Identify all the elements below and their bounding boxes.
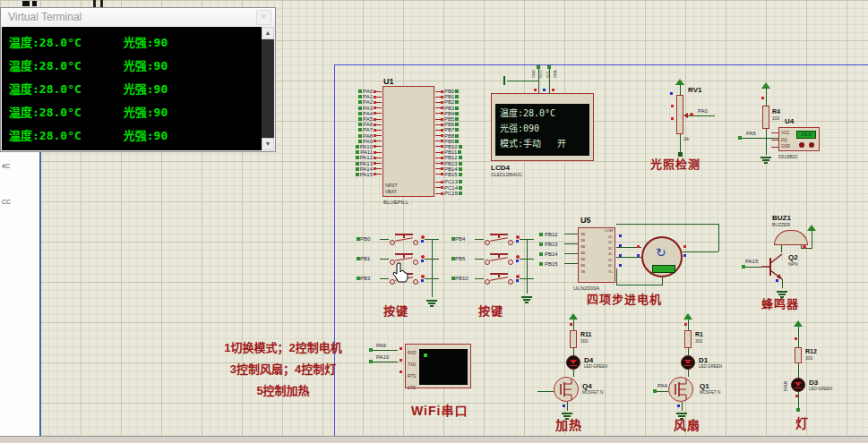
net-label: PB0 <box>360 236 380 242</box>
led-d1[interactable] <box>681 355 695 370</box>
npn-transistor[interactable] <box>761 252 788 281</box>
pin-name: VCC <box>538 70 543 78</box>
pin-stub <box>376 135 382 136</box>
resistor-r12[interactable] <box>795 347 802 363</box>
ground-icon <box>761 156 771 164</box>
net-label: PA7 <box>363 127 373 132</box>
terminal-dot <box>539 243 543 246</box>
sensor-display[interactable]: 28.0 <box>796 131 816 139</box>
pin-name: 7B <box>580 268 585 275</box>
sensor-button[interactable] <box>809 142 814 148</box>
terminal-dot <box>537 65 540 69</box>
resistor-r4[interactable] <box>762 106 769 129</box>
net-label: PA15 <box>360 172 373 177</box>
section-label-wifi: WiFi串口 <box>411 405 468 417</box>
net-label: PB12 <box>545 232 564 237</box>
wire <box>688 370 689 377</box>
terminal-line: 温度:28.0°C 光强:90 <box>2 101 262 124</box>
horizontal-scrollbar[interactable] <box>0 436 868 443</box>
terminal-scrollbar[interactable]: ▲ ▼ <box>262 27 274 150</box>
net-label: PA9 <box>363 139 373 144</box>
r11-ref: R11 <box>580 331 591 337</box>
terminal-dot <box>358 95 362 98</box>
pin-marker <box>441 186 443 189</box>
terminal-dot <box>459 162 462 166</box>
wire <box>380 278 389 279</box>
pin-marker <box>441 162 443 165</box>
terminal-dot <box>455 89 459 93</box>
pin-stub <box>376 97 382 98</box>
stepper-motor[interactable]: ↻ <box>641 236 683 277</box>
net-label: PB6 <box>444 122 454 127</box>
net-label: PA2 <box>363 99 373 105</box>
r1-ref: R1 <box>695 331 703 337</box>
pin-stub <box>376 163 382 164</box>
net-label: PA15 <box>745 259 758 264</box>
led-d4[interactable] <box>566 355 580 370</box>
virtual-terminal-window[interactable]: Virtual Terminal × 温度:28.0°C 光强:90温度:28.… <box>0 7 276 152</box>
terminal-dot <box>455 106 459 110</box>
pin-marker <box>400 371 402 373</box>
r4-value: 100 <box>772 116 779 121</box>
r12-value: 300 <box>805 356 812 361</box>
object-selector-panel[interactable]: 4CCC <box>0 152 39 436</box>
net-label: PB14 <box>545 251 564 257</box>
wifi-screen <box>419 349 468 385</box>
panel-splitter[interactable] <box>39 152 41 436</box>
net-label: PA6 <box>363 122 373 127</box>
net-label: PB9 <box>444 139 454 144</box>
net-label: PA3 <box>363 106 373 111</box>
net-label: PA12 <box>360 155 373 160</box>
resistor-r1[interactable] <box>684 330 692 348</box>
wire <box>564 253 578 254</box>
pin-marker <box>619 234 622 237</box>
net-label: PB11 <box>444 149 457 155</box>
terminal-titlebar[interactable]: Virtual Terminal × <box>1 8 275 26</box>
pin-marker <box>400 359 402 362</box>
push-button[interactable] <box>484 273 514 285</box>
close-icon[interactable]: × <box>256 10 271 25</box>
potentiometer-rv1[interactable] <box>676 95 683 134</box>
terminal-dot <box>455 128 459 132</box>
pin-marker <box>441 145 443 148</box>
pin-stub <box>376 91 382 92</box>
push-button[interactable] <box>484 253 514 265</box>
terminal-title: Virtual Terminal <box>8 11 256 23</box>
led-d3[interactable] <box>791 378 805 392</box>
wire <box>567 402 568 411</box>
pin-stub <box>376 130 382 131</box>
push-button[interactable] <box>389 234 419 245</box>
lcd-line: 温度:28.0°C <box>495 106 589 121</box>
net-label: PA13 <box>360 161 373 166</box>
scroll-up-icon[interactable]: ▲ <box>262 27 274 39</box>
terminal-dot <box>356 167 359 171</box>
net-label: PB2 <box>444 99 454 105</box>
selector-item-fragment[interactable]: 4C <box>0 152 39 188</box>
selector-item-fragment[interactable]: CC <box>0 188 39 224</box>
net-label: PA4 <box>363 111 373 116</box>
sensor-reading: 28.0 <box>801 132 812 137</box>
sensor-button[interactable] <box>799 142 804 148</box>
net-label: PB15 <box>444 172 458 177</box>
d3-part: LED-GREEN <box>809 388 832 392</box>
terminal-dot <box>358 140 362 143</box>
pin-stub <box>376 119 382 120</box>
mcu-bluepill[interactable] <box>382 86 434 197</box>
d4-ref: D4 <box>584 357 593 364</box>
scroll-down-icon[interactable]: ▼ <box>262 138 274 150</box>
u5-left-pins: 1B2B3B4B5B6B7B <box>580 231 585 275</box>
resistor-r11[interactable] <box>570 330 577 348</box>
wire <box>657 391 668 392</box>
mosfet-symbol <box>554 377 579 402</box>
wire <box>616 257 641 258</box>
pin-marker <box>637 254 640 257</box>
d1-part: LED GREEN <box>699 365 722 370</box>
net-label: PA8 <box>783 381 788 391</box>
pin-name: 5B <box>580 256 585 262</box>
probe-dot <box>690 113 693 116</box>
section-label-keys-right: 按键 <box>478 305 503 317</box>
push-button[interactable] <box>484 234 514 245</box>
wire <box>527 239 528 294</box>
wire <box>373 350 398 351</box>
terminal-dot <box>358 117 362 121</box>
